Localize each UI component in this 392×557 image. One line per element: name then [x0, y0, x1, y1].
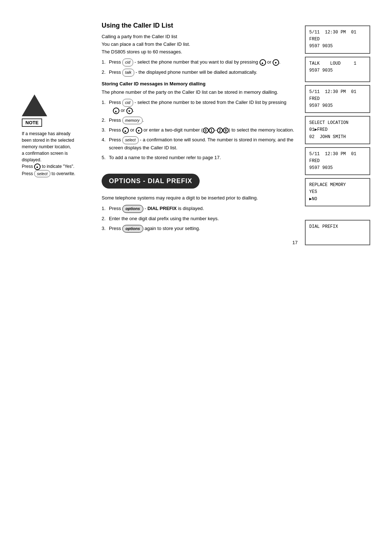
- memory-intro: The phone number of the party on the Cal…: [102, 89, 298, 96]
- step-2a: 2. Press talk - the displayed phone numb…: [102, 69, 298, 77]
- lcd-screen-6: REPLACE MEMORY YES ▶NO: [305, 178, 370, 206]
- lcd1-line3: 9597 9035: [309, 43, 366, 50]
- arrow-down-icon-2: [126, 108, 133, 114]
- lcd3-line3: 9597 9035: [309, 102, 366, 109]
- caller-id-heading: Using the Caller ID List: [102, 22, 298, 29]
- options-banner: OPTIONS - DIAL PREFIX: [102, 174, 200, 189]
- options-dial-prefix-section: OPTIONS - DIAL PREFIX Some telephone sys…: [102, 165, 298, 233]
- dial-step-3: 3. Press options again to store your set…: [102, 225, 298, 233]
- note-text: If a message has already been stored in …: [22, 130, 75, 177]
- dial-prefix-steps: 1. Press options - DIAL PREFIX is displa…: [102, 205, 298, 233]
- lcd5-line2: FRED: [309, 158, 366, 165]
- arrow-down-icon-1: [273, 59, 279, 66]
- dial-step-1: 1. Press options - DIAL PREFIX is displa…: [102, 205, 298, 213]
- arrow-up-icon-3: [122, 127, 129, 134]
- spacer: [305, 209, 370, 214]
- arrow-up-icon: [34, 164, 41, 170]
- page-number: 17: [102, 240, 298, 245]
- lcd7-line1: DIAL PREFIX: [309, 224, 338, 229]
- lcd4-line3: 02 JOHN SMITH: [309, 134, 366, 141]
- talk-key-1: talk: [122, 69, 134, 77]
- lcd-screen-7: DIAL PREFIX: [305, 220, 370, 245]
- note-triangle-icon: [22, 94, 47, 116]
- lcd-screen-4: SELECT LOCATION 01▶FRED 02 JOHN SMITH: [305, 116, 370, 144]
- note-badge: NOTE: [22, 118, 42, 127]
- steps-list-2: 1. Press cid - select the phone number t…: [102, 99, 298, 161]
- step-1b: 1. Press cid - select the phone number t…: [102, 99, 298, 114]
- num-2: 2: [217, 128, 223, 133]
- num-9: 9: [223, 128, 229, 133]
- lcd-screen-5: 5/11 12:30 PM 01 FRED 9597 9035: [305, 147, 370, 175]
- cid-key-1: cid: [122, 58, 133, 66]
- lcd3-line2: FRED: [309, 96, 366, 102]
- lcd5-line1: 5/11 12:30 PM 01: [309, 151, 366, 158]
- note-box: NOTE If a message has already been store…: [22, 94, 87, 177]
- lcd6-line3: ▶NO: [309, 196, 366, 203]
- arrow-up-icon-2: [113, 108, 119, 114]
- num-0: 0: [203, 128, 209, 133]
- caller-id-section: Using the Caller ID List Calling a party…: [102, 22, 298, 161]
- arrow-up-icon-1: [260, 59, 266, 66]
- num-1: 1: [209, 128, 215, 133]
- step-4b: 4. Press select - a confirmation tone wi…: [102, 136, 298, 152]
- caller-id-intro: Calling a party from the Caller ID list …: [102, 33, 298, 56]
- main-content: Using the Caller ID List Calling a party…: [94, 22, 298, 245]
- left-sidebar: NOTE If a message has already been store…: [22, 22, 94, 245]
- dial-step-2: 2. Enter the one digit dial prefix using…: [102, 215, 298, 223]
- step-1a: 1. Press cid - select the phone number t…: [102, 58, 298, 66]
- options-key-2: options: [122, 225, 143, 233]
- lcd5-line3: 9597 9035: [309, 165, 366, 171]
- step-2b: 2. Press memory.: [102, 117, 298, 125]
- lcd-screen-3: 5/11 12:30 PM 01 FRED 9597 9035: [305, 85, 370, 113]
- lcd4-line2: 01▶FRED: [309, 126, 366, 133]
- lcd1-line2: FRED: [309, 36, 366, 43]
- select-key-2: select: [122, 136, 139, 144]
- lcd1-line1: 5/11 12:30 PM 01: [309, 29, 366, 36]
- right-column: 5/11 12:30 PM 01 FRED 9597 9035 TALK LOU…: [298, 22, 370, 245]
- arrow-down-icon-3: [136, 127, 142, 134]
- lcd2-line2: 9597 9035: [309, 67, 366, 74]
- options-key-1: options: [122, 205, 143, 213]
- lcd-screen-1: 5/11 12:30 PM 01 FRED 9597 9035: [305, 25, 370, 54]
- lcd6-line1: REPLACE MEMORY: [309, 182, 366, 189]
- lcd3-line1: 5/11 12:30 PM 01: [309, 89, 366, 96]
- subheading-memory: Storing Caller ID messages in Memory dia…: [102, 81, 298, 86]
- lcd4-line1: SELECT LOCATION: [309, 120, 366, 126]
- cid-key-2: cid: [122, 99, 133, 107]
- step-5b: 5. To add a name to the stored number re…: [102, 154, 298, 162]
- step-3b: 3. Press or or enter a two-digit number …: [102, 126, 298, 134]
- lcd2-line1: TALK LOUD 1: [309, 60, 366, 67]
- steps-list-1: 1. Press cid - select the phone number t…: [102, 58, 298, 76]
- select-key: select: [34, 170, 50, 178]
- lcd6-line2: YES: [309, 189, 366, 195]
- dial-prefix-intro: Some telephone systems may require a dig…: [102, 194, 298, 202]
- lcd-screen-2: TALK LOUD 1 9597 9035: [305, 57, 370, 82]
- memory-key: memory: [122, 117, 143, 125]
